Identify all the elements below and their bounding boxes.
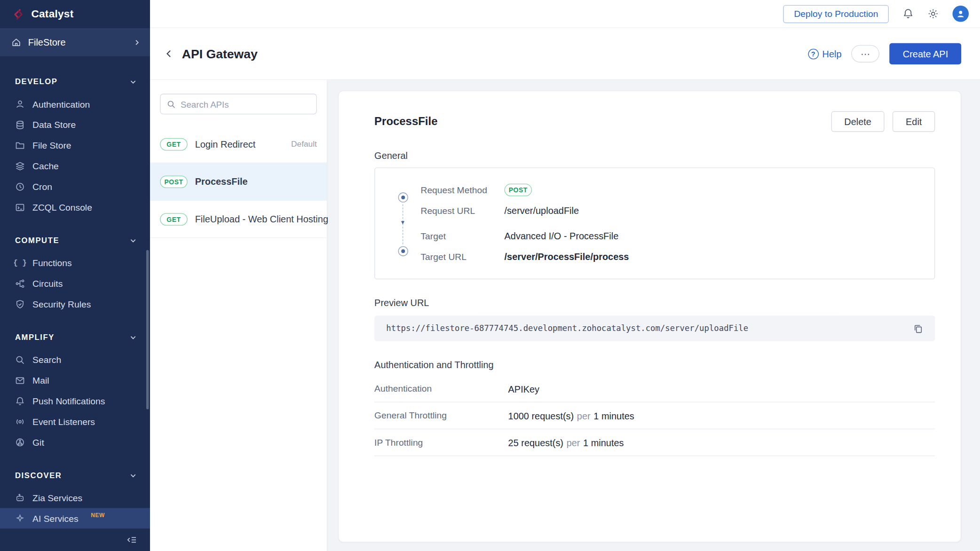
project-selector[interactable]: FileStore <box>0 28 150 56</box>
sidebar-item-security-rules[interactable]: Security Rules <box>0 294 150 315</box>
create-api-button[interactable]: Create API <box>890 43 961 64</box>
throttle-window: 1 minutes <box>583 437 624 448</box>
sidebar-item-functions[interactable]: { } Functions <box>0 252 150 273</box>
git-icon <box>15 437 25 447</box>
authentication-label: Authentication <box>374 384 508 394</box>
chevron-down-icon <box>130 472 136 479</box>
copy-icon[interactable] <box>913 323 923 333</box>
functions-icon: { } <box>15 258 25 268</box>
sidebar-item-label: Git <box>32 437 44 447</box>
sidebar-item-data-store[interactable]: Data Store <box>0 114 150 135</box>
sidebar-item-mail[interactable]: Mail <box>0 370 150 391</box>
general-throttling-value: 1000 request(s) per 1 minutes <box>508 410 634 421</box>
api-list-item-login-redirect[interactable]: GET Login Redirect Default <box>150 126 327 163</box>
api-list-item-fileupload[interactable]: GET FileUpload - Web Client Hosting <box>150 201 327 238</box>
sidebar-item-authentication[interactable]: Authentication <box>0 94 150 114</box>
delete-button[interactable]: Delete <box>831 111 884 132</box>
api-list-panel: GET Login Redirect Default POST ProcessF… <box>150 80 327 551</box>
request-target-timeline: ▼ <box>375 168 420 279</box>
sidebar-scrollbar[interactable] <box>146 250 149 409</box>
sidebar-item-file-store[interactable]: File Store <box>0 135 150 156</box>
sidebar-item-label: File Store <box>32 140 71 150</box>
catalyst-logo-icon <box>11 7 25 21</box>
sidebar-item-label: AI Services <box>32 513 78 523</box>
target-url-value: /server/ProcessFile/process <box>505 251 629 262</box>
sidebar-item-zcql-console[interactable]: ZCQL Console <box>0 197 150 218</box>
table-row: Authentication APIKey <box>374 376 935 402</box>
sidebar-section-amplify[interactable]: AMPLIFY <box>0 315 150 349</box>
broadcast-icon <box>15 417 25 426</box>
sidebar: Catalyst FileStore DEVELOP Authenticatio… <box>0 0 150 551</box>
shield-icon <box>15 299 25 309</box>
sidebar-item-cache[interactable]: Cache <box>0 156 150 176</box>
auth-throttling-table: Authentication APIKey General Throttling… <box>374 376 935 456</box>
sidebar-item-label: Cache <box>32 161 59 171</box>
help-question-icon: ? <box>808 48 819 59</box>
clock-icon <box>15 181 25 191</box>
section-label: DISCOVER <box>15 471 62 480</box>
general-throttling-label: General Throttling <box>374 410 508 420</box>
sidebar-section-compute[interactable]: COMPUTE <box>0 218 150 252</box>
sidebar-section-discover[interactable]: DISCOVER <box>0 452 150 487</box>
authentication-icon <box>15 99 25 109</box>
layers-icon <box>15 161 25 171</box>
preview-url-heading: Preview URL <box>374 298 935 308</box>
general-section-heading: General <box>374 150 935 161</box>
sidebar-item-label: Cron <box>32 181 52 191</box>
collapse-sidebar-icon[interactable] <box>126 535 137 544</box>
sidebar-item-label: Event Listeners <box>32 417 95 426</box>
authentication-value: APIKey <box>508 383 539 394</box>
app-window: Catalyst FileStore DEVELOP Authenticatio… <box>0 0 980 551</box>
api-list-item-processfile[interactable]: POST ProcessFile <box>150 163 327 201</box>
back-button[interactable] <box>160 45 177 63</box>
search-icon <box>167 100 176 109</box>
zia-robot-icon <box>15 493 25 503</box>
sidebar-item-label: Mail <box>32 375 49 385</box>
detail-area: ProcessFile Delete Edit General ▼ <box>327 80 980 551</box>
page-header: API Gateway ? Help … Create API <box>150 28 980 80</box>
help-link[interactable]: ? Help <box>808 48 842 59</box>
throttle-count: 1000 request(s) <box>508 410 574 421</box>
sidebar-item-label: ZCQL Console <box>32 202 92 212</box>
sidebar-section-develop[interactable]: DEVELOP <box>0 59 150 94</box>
notifications-bell-icon[interactable] <box>902 8 914 19</box>
request-method-badge: POST <box>505 183 532 196</box>
general-info-box: ▼ Request Method POST Request URL <box>374 167 935 279</box>
table-row: General Throttling 1000 request(s) per 1… <box>374 402 935 429</box>
edit-button[interactable]: Edit <box>893 111 935 132</box>
search-apis-input[interactable] <box>181 99 310 109</box>
api-detail-title: ProcessFile <box>374 115 437 128</box>
api-list: GET Login Redirect Default POST ProcessF… <box>150 126 327 238</box>
sidebar-item-label: Functions <box>32 258 72 268</box>
api-name: FileUpload - Web Client Hosting <box>195 214 328 225</box>
api-name: Login Redirect <box>195 139 256 150</box>
bell-icon <box>15 396 25 406</box>
sidebar-item-zia-services[interactable]: Zia Services <box>0 488 150 508</box>
sidebar-item-push-notifications[interactable]: Push Notifications <box>0 391 150 411</box>
method-badge: POST <box>160 175 187 188</box>
target-label: Target <box>420 231 504 241</box>
project-name: FileStore <box>28 37 66 47</box>
sidebar-item-partial[interactable]: AI Services NEW <box>0 508 150 528</box>
sidebar-item-cron[interactable]: Cron <box>0 176 150 197</box>
chevron-right-icon <box>134 39 140 45</box>
preview-url-box: https://filestore-687774745.development.… <box>374 315 935 341</box>
sidebar-item-git[interactable]: Git <box>0 432 150 452</box>
circuits-icon <box>15 278 25 288</box>
sidebar-item-search[interactable]: Search <box>0 349 150 370</box>
sidebar-item-label: Push Notifications <box>32 396 105 406</box>
target-url-label: Target URL <box>420 252 504 261</box>
page-title: API Gateway <box>182 47 258 61</box>
section-label: AMPLIFY <box>15 333 55 342</box>
user-avatar[interactable] <box>953 6 969 22</box>
sidebar-item-event-listeners[interactable]: Event Listeners <box>0 411 150 432</box>
request-node-icon <box>398 192 408 202</box>
sidebar-item-label: Security Rules <box>32 299 91 309</box>
request-method-label: Request Method <box>420 185 504 195</box>
deploy-to-production-button[interactable]: Deploy to Production <box>783 5 889 23</box>
sidebar-item-circuits[interactable]: Circuits <box>0 273 150 294</box>
sidebar-item-label: Circuits <box>32 278 63 288</box>
chevron-down-icon <box>130 79 136 85</box>
settings-gear-icon[interactable] <box>927 8 939 19</box>
more-options-button[interactable]: … <box>852 45 880 63</box>
